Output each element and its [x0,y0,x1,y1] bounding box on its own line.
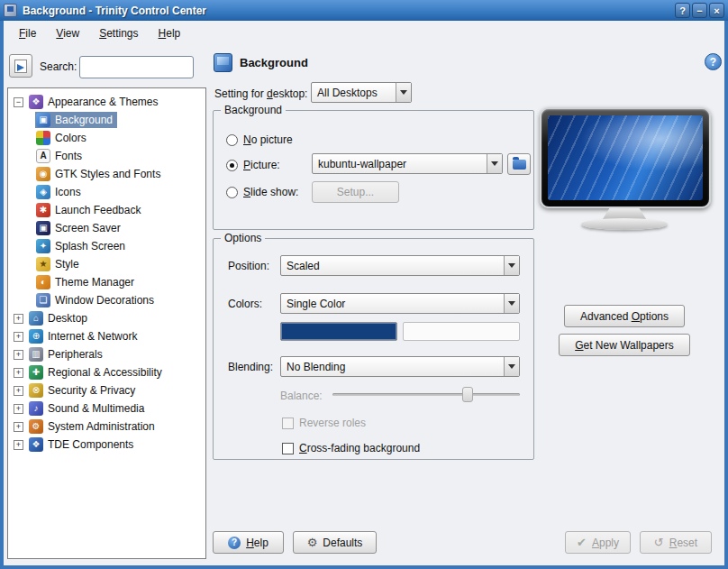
sidebar-item-label: GTK Styles and Fonts [55,168,160,180]
help-button[interactable]: ? Help [213,531,284,554]
preview-monitor [539,106,712,233]
desktop-setting-combobox[interactable]: All Desktops [311,82,412,103]
picture-label: Picture: [243,159,280,171]
screen-saver-icon: ▣ [36,221,50,235]
window-title: Background - Trinity Control Center [23,5,675,17]
sidebar-item-internet-network[interactable]: + ⊕ Internet & Network [8,327,205,345]
sidebar-item-gtk-styles[interactable]: ◉ GTK Styles and Fonts [8,165,205,183]
no-picture-label: No picture [243,133,293,146]
titlebar[interactable]: Background - Trinity Control Center ? − … [0,0,728,21]
regional-accessibility-icon: ✚ [29,365,43,380]
sidebar-item-system-administration[interactable]: + ⚙ System Administration [8,418,205,436]
chevron-down-icon[interactable] [396,83,411,102]
chevron-down-icon[interactable] [487,154,502,173]
expand-icon[interactable]: + [14,386,23,396]
sidebar-item-theme-manager[interactable]: ◐ Theme Manager [8,273,205,291]
sidebar-item-appearance-themes[interactable]: − ❖ Appearance & Themes [8,93,205,111]
slideshow-radio-row[interactable]: Slide show: [226,185,298,199]
search-input[interactable] [79,56,194,78]
close-button[interactable]: × [709,3,724,18]
sidebar-item-label: Theme Manager [55,276,134,289]
monitor-frame [540,107,711,208]
sidebar-item-label: Sound & Multimedia [48,402,144,415]
sidebar-item-label: Window Decorations [55,294,154,307]
slideshow-label: Slide show: [243,186,298,198]
titlebar-help-button[interactable]: ? [675,3,690,18]
background-header-icon [214,53,232,72]
sidebar-item-tde-components[interactable]: + ❖ TDE Components [8,436,205,454]
sidebar-item-label: Splash Screen [55,240,125,252]
sidebar-item-launch-feedback[interactable]: ✱ Launch Feedback [8,201,205,219]
menu-settings[interactable]: Settings [89,24,148,42]
sidebar-item-screen-saver[interactable]: ▣ Screen Saver [8,219,205,237]
sidebar-item-fonts[interactable]: A Fonts [8,147,205,165]
balance-slider [332,387,520,402]
combobox-value: All Desktops [312,83,396,102]
expand-icon[interactable]: + [14,350,23,360]
sidebar-item-style[interactable]: ★ Style [8,255,205,273]
picture-radio[interactable] [226,160,238,171]
no-picture-radio[interactable] [226,134,238,146]
colors-icon [36,131,50,145]
sidebar-item-label: TDE Components [48,438,133,451]
picture-combobox[interactable]: kubuntu-wallpaper [312,153,503,174]
apply-button-label: Apply [592,537,619,549]
blending-combobox[interactable]: No Blending [280,356,520,377]
colors-combobox[interactable]: Single Color [280,293,520,314]
browse-picture-button[interactable] [507,153,531,175]
menu-help[interactable]: Help [149,24,191,42]
background-group-title: Background [221,104,286,116]
blending-label: Blending: [228,360,273,374]
expand-icon[interactable]: + [14,368,23,378]
chevron-down-icon[interactable] [504,357,519,376]
whats-this-help-button[interactable]: ? [705,53,722,70]
chevron-down-icon[interactable] [504,294,519,313]
sidebar-item-label: Launch Feedback [55,204,141,216]
apply-button: ✔ Apply [565,531,631,554]
sidebar-item-label: Appearance & Themes [48,96,159,108]
slideshow-radio[interactable] [226,187,238,198]
search-clear-button[interactable] [9,54,32,78]
reverse-roles-checkbox [282,418,294,429]
get-new-wallpapers-button[interactable]: Get New Wallpapers [559,334,690,356]
sidebar-item-splash-screen[interactable]: ✦ Splash Screen [8,237,205,255]
sidebar-item-security-privacy[interactable]: + ⊗ Security & Privacy [8,381,205,399]
expand-icon[interactable]: + [14,422,23,432]
help-button-label: Help [246,537,268,549]
cross-fading-checkbox[interactable] [282,443,294,454]
position-combobox[interactable]: Scaled [280,255,520,276]
advanced-options-button[interactable]: Advanced Options [564,305,685,327]
picture-radio-row[interactable]: Picture: [226,158,280,172]
combobox-value: Single Color [281,294,504,313]
sidebar-item-regional-accessibility[interactable]: + ✚ Regional & Accessibility [8,363,205,381]
sidebar-item-icons[interactable]: ◈ Icons [8,183,205,201]
minimize-button[interactable]: − [692,3,707,18]
icons-icon: ◈ [36,185,50,199]
no-picture-radio-row[interactable]: No picture [226,133,293,147]
expand-icon[interactable]: + [14,440,23,450]
cross-fading-label: Cross-fading background [299,442,420,454]
sidebar-item-peripherals[interactable]: + ▥ Peripherals [8,345,205,363]
sidebar-item-background[interactable]: ▣ Background [8,111,205,129]
expand-icon[interactable]: + [14,404,23,414]
reverse-roles-row: Reverse roles [282,416,366,430]
expand-icon[interactable]: + [14,332,23,342]
desktop-icon: ⌂ [29,311,43,326]
combobox-value: kubuntu-wallpaper [313,154,487,173]
reverse-roles-label: Reverse roles [299,417,366,429]
chevron-down-icon[interactable] [504,256,519,275]
primary-color-swatch[interactable] [280,322,397,341]
control-center-window: Background - Trinity Control Center ? − … [0,0,728,569]
sidebar-item-window-decorations[interactable]: ❏ Window Decorations [8,291,205,309]
defaults-button[interactable]: ⚙ Defaults [293,531,377,554]
cross-fading-row[interactable]: Cross-fading background [282,441,420,455]
sidebar-item-desktop[interactable]: + ⌂ Desktop [8,309,205,327]
expand-icon[interactable]: + [14,314,23,324]
menu-view[interactable]: View [46,24,89,42]
sidebar-item-colors[interactable]: Colors [8,129,205,147]
app-icon [4,4,17,17]
options-groupbox: Options Position: Scaled Colors: Single … [213,238,534,460]
menu-file[interactable]: File [9,24,46,42]
collapse-icon[interactable]: − [14,97,23,107]
sidebar-item-sound-multimedia[interactable]: + ♪ Sound & Multimedia [8,399,205,418]
